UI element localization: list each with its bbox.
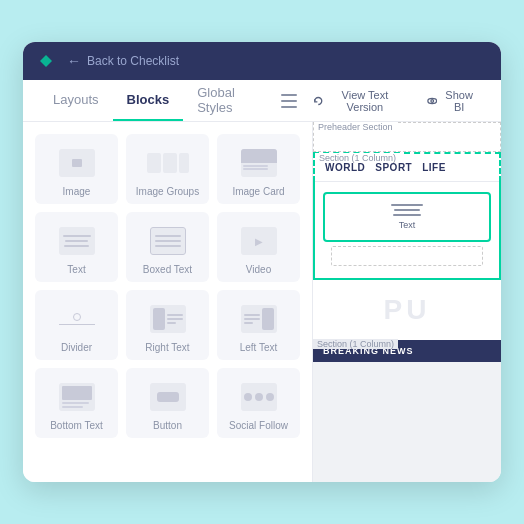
block-boxed-text[interactable]: Boxed Text — [126, 212, 209, 282]
bottom-text-icon-shape — [59, 383, 95, 411]
block-image-card-label: Image Card — [232, 186, 284, 197]
left-text-icon-shape — [241, 305, 277, 333]
blocks-grid: Image Image Groups — [35, 134, 300, 438]
block-bottom-text-label: Bottom Text — [50, 420, 103, 431]
block-social-follow-label: Social Follow — [229, 420, 288, 431]
breaking-section: Section (1 Column) BREAKING NEWS — [313, 340, 501, 362]
nav-actions: View Text Version Show BI — [281, 85, 485, 117]
tab-layouts[interactable]: Layouts — [39, 80, 113, 121]
block-social-follow[interactable]: Social Follow — [217, 368, 300, 438]
block-image[interactable]: Image — [35, 134, 118, 204]
nav-item-life: LIFE — [422, 162, 446, 173]
block-divider-label: Divider — [61, 342, 92, 353]
app-logo — [37, 52, 55, 70]
image-block-icon — [53, 145, 101, 181]
image-icon-shape — [59, 149, 95, 177]
text-icon-shape — [59, 227, 95, 255]
image-card-icon-shape — [241, 149, 277, 177]
social-follow-icon-shape — [241, 383, 277, 411]
nav-tabs: Layouts Blocks Global Styles View Text V… — [23, 80, 501, 122]
block-bottom-text[interactable]: Bottom Text — [35, 368, 118, 438]
button-block-icon — [144, 379, 192, 415]
preheader-section: Preheader Section — [313, 122, 501, 152]
back-link[interactable]: ← Back to Checklist — [67, 53, 179, 69]
block-video-label: Video — [246, 264, 271, 275]
app-window: ← Back to Checklist Layouts Blocks Globa… — [23, 42, 501, 482]
image-groups-block-icon — [144, 145, 192, 181]
tab-global-styles[interactable]: Global Styles — [183, 80, 280, 121]
block-text-label: Text — [67, 264, 85, 275]
image-card-block-icon — [235, 145, 283, 181]
svg-point-1 — [431, 99, 434, 102]
block-left-text[interactable]: Left Text — [217, 290, 300, 360]
right-text-icon-shape — [150, 305, 186, 333]
tab-blocks[interactable]: Blocks — [113, 80, 184, 121]
section-1col-label: Section (1 Column) — [315, 153, 400, 163]
divider-icon-shape — [59, 305, 95, 333]
text-block-icon — [53, 223, 101, 259]
block-button[interactable]: Button — [126, 368, 209, 438]
divider-block-icon — [53, 301, 101, 337]
block-left-text-label: Left Text — [240, 342, 278, 353]
hamburger-icon[interactable] — [281, 94, 297, 108]
show-bi-button[interactable]: Show BI — [419, 85, 485, 117]
left-text-block-icon — [235, 301, 283, 337]
section-1col-nav: Section (1 Column) WORLD SPORT LIFE — [313, 152, 501, 182]
boxed-text-icon-shape — [150, 227, 186, 255]
block-button-label: Button — [153, 420, 182, 431]
block-image-card[interactable]: Image Card — [217, 134, 300, 204]
back-label: Back to Checklist — [87, 54, 179, 68]
canvas-panel: Preheader Section Section (1 Column) WOR… — [313, 122, 501, 482]
blocks-panel: Image Image Groups — [23, 122, 313, 482]
main-content: Image Image Groups — [23, 122, 501, 482]
eye-icon — [427, 95, 437, 107]
block-image-groups-label: Image Groups — [136, 186, 199, 197]
refresh-icon — [313, 95, 324, 107]
block-video[interactable]: Video — [217, 212, 300, 282]
nav-item-sport: SPORT — [375, 162, 412, 173]
preheader-section-label: Preheader Section — [314, 122, 397, 132]
block-right-text-label: Right Text — [145, 342, 189, 353]
video-icon-shape — [241, 227, 277, 255]
selected-text-block-container: Text — [313, 182, 501, 280]
right-text-block-icon — [144, 301, 192, 337]
pu-section: PU — [313, 280, 501, 340]
block-divider[interactable]: Divider — [35, 290, 118, 360]
block-image-groups[interactable]: Image Groups — [126, 134, 209, 204]
selected-text-block[interactable]: Text — [323, 192, 491, 242]
nav-item-world: WORLD — [325, 162, 365, 173]
dashed-placeholder-row — [331, 246, 483, 266]
boxed-text-block-icon — [144, 223, 192, 259]
video-block-icon — [235, 223, 283, 259]
view-text-version-button[interactable]: View Text Version — [305, 85, 411, 117]
block-boxed-text-label: Boxed Text — [143, 264, 192, 275]
block-right-text[interactable]: Right Text — [126, 290, 209, 360]
bottom-text-block-icon — [53, 379, 101, 415]
top-bar: ← Back to Checklist — [23, 42, 501, 80]
pu-text: PU — [384, 294, 431, 326]
selected-block-label: Text — [399, 220, 416, 230]
button-icon-shape — [150, 383, 186, 411]
block-text[interactable]: Text — [35, 212, 118, 282]
image-groups-icon-shape — [147, 153, 189, 173]
social-follow-block-icon — [235, 379, 283, 415]
text-block-inner-icon — [391, 204, 423, 216]
block-image-label: Image — [63, 186, 91, 197]
back-arrow-icon: ← — [67, 53, 81, 69]
section-2col-label: Section (1 Column) — [313, 339, 398, 349]
